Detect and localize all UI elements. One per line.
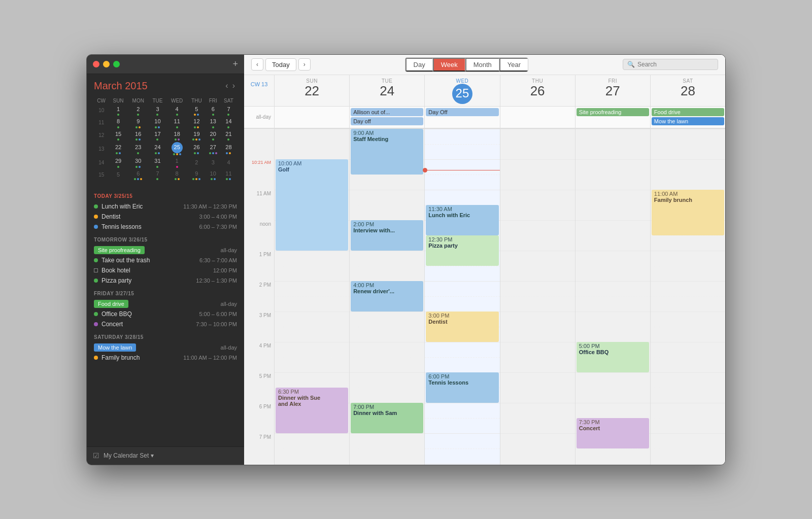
day-view-button[interactable]: Day	[405, 58, 433, 72]
mini-cal-day[interactable]: 18	[166, 129, 187, 142]
list-item[interactable]: Lunch with Eric11:30 AM – 12:30 PM	[94, 201, 237, 212]
mini-cal-day[interactable]: 24	[149, 142, 166, 156]
calendar-event[interactable]: 12:30 PMPizza party	[426, 235, 498, 266]
calendar-event[interactable]: 10:00 AMGolf	[276, 159, 348, 251]
day-col-thu[interactable]: THU 26	[500, 75, 576, 106]
calendar-event[interactable]: 11:00 AMFamily brunch	[652, 190, 724, 235]
calendar-event[interactable]: 11:30 AMLunch with Eric	[426, 205, 498, 235]
event-item-allday[interactable]: Site proofreadingall-day	[94, 245, 237, 255]
mini-cal-day[interactable]: 2	[187, 156, 206, 169]
list-item[interactable]: Book hotel12:00 PM	[94, 265, 237, 275]
list-item[interactable]: Take out the trash6:30 – 7:00 AM	[94, 255, 237, 265]
mini-cal-day[interactable]: 1	[109, 105, 127, 117]
list-item[interactable]: Dentist3:00 – 4:00 PM	[94, 212, 237, 222]
mini-cal-next[interactable]: ›	[230, 81, 237, 90]
day-col-sat[interactable]: SAT 28	[651, 75, 725, 106]
event-item-allday[interactable]: Mow the lawnall-day	[94, 342, 237, 353]
mini-cal-day[interactable]: 3	[149, 105, 166, 117]
mini-cal-day[interactable]: 27	[206, 142, 220, 156]
mini-cal-day[interactable]: 6	[128, 169, 149, 182]
hour-line	[275, 281, 349, 282]
search-box[interactable]: 🔍	[623, 59, 718, 70]
mini-cal-day[interactable]: 26	[187, 142, 206, 156]
today-button[interactable]: Today	[265, 58, 296, 71]
calendar-event[interactable]: 6:00 PMTennis lessons	[426, 372, 498, 403]
mini-cal-day[interactable]: 20	[206, 129, 220, 142]
calendar-event[interactable]: 6:30 PMDinner with Sueand Alex	[276, 388, 348, 433]
calendar-event[interactable]: 5:00 PMOffice BBQ	[577, 342, 649, 372]
event-title-label: Family brunch	[654, 197, 722, 203]
prev-week-button[interactable]: ‹	[251, 58, 263, 71]
allday-event-fooddrive[interactable]: Food drive	[652, 108, 724, 116]
mini-cal-day[interactable]: 3	[206, 156, 220, 169]
mini-cal-day[interactable]: 10	[206, 169, 220, 182]
calendar-event[interactable]: 2:00 PMInterview with...	[351, 220, 423, 251]
mini-cal-day[interactable]: 9	[128, 117, 149, 129]
month-view-button[interactable]: Month	[465, 58, 499, 72]
mini-cal-day[interactable]: 10	[149, 117, 166, 129]
mini-cal-day[interactable]: 12	[187, 117, 206, 129]
allday-event-mowlawn[interactable]: Mow the lawn	[652, 117, 724, 125]
mini-cal-day[interactable]: 2	[128, 105, 149, 117]
maximize-button[interactable]	[113, 61, 120, 67]
search-input[interactable]	[637, 61, 714, 68]
mini-cal-day[interactable]: 14	[220, 117, 237, 129]
list-item[interactable]: Office BBQ5:00 – 6:00 PM	[94, 309, 237, 319]
calendar-event[interactable]: 9:00 AMStaff Meeting	[351, 129, 423, 175]
mini-cal-day[interactable]: 11	[166, 117, 187, 129]
mini-cal-day[interactable]: 29	[109, 156, 127, 169]
hour-line	[576, 251, 650, 251]
mini-cal-day[interactable]: 13	[206, 117, 220, 129]
mini-cal-day[interactable]: 16	[128, 129, 149, 142]
day-col-tue[interactable]: TUE 24	[350, 75, 425, 106]
mini-cal-day[interactable]: 25	[166, 142, 187, 156]
list-item[interactable]: Tennis lessons6:00 – 7:30 PM	[94, 222, 237, 232]
mini-cal-day[interactable]: 22	[109, 142, 127, 156]
mini-cal-day[interactable]: 11	[220, 169, 237, 182]
calendar-event[interactable]: 3:00 PMDentist	[426, 312, 498, 342]
close-button[interactable]	[93, 61, 99, 67]
half-hour-line	[651, 327, 725, 327]
mini-cal-day[interactable]: 19	[187, 129, 206, 142]
mini-cal-day[interactable]: 9	[187, 169, 206, 182]
mini-cal-day[interactable]: 5	[187, 105, 206, 117]
day-col-fri[interactable]: FRI 27	[576, 75, 651, 106]
mini-cal-day[interactable]: 8	[166, 169, 187, 182]
mini-cal-day[interactable]: 17	[149, 129, 166, 142]
mini-cal-day[interactable]: 30	[128, 156, 149, 169]
day-col-sun[interactable]: SUN 22	[275, 75, 350, 106]
day-col-wed[interactable]: WED 25	[425, 75, 500, 106]
event-dot-circle	[94, 204, 98, 209]
mini-cal-day[interactable]: 6	[206, 105, 220, 117]
mini-cal-day[interactable]: 1	[166, 156, 187, 169]
next-week-button[interactable]: ›	[298, 58, 311, 71]
week-view-button[interactable]: Week	[433, 58, 465, 72]
calendar-event[interactable]: 7:30 PMConcert	[577, 418, 649, 448]
calendar-event[interactable]: 4:00 PMRenew driver'...	[351, 281, 423, 312]
event-item-allday[interactable]: Food driveall-day	[94, 299, 237, 309]
mini-cal-day[interactable]: 8	[109, 117, 127, 129]
list-item[interactable]: Family brunch11:00 AM – 12:00 PM	[94, 353, 237, 363]
mini-cal-day[interactable]: 28	[220, 142, 237, 156]
mini-cal-day[interactable]: 21	[220, 129, 237, 142]
mini-cal-day[interactable]: 4	[220, 156, 237, 169]
allday-event-siteproof[interactable]: Site proofreading	[577, 108, 649, 116]
allday-event-allison[interactable]: Allison out of...	[351, 108, 423, 116]
mini-cal-day[interactable]: 7	[220, 105, 237, 117]
list-item[interactable]: Concert7:30 – 10:00 PM	[94, 319, 237, 329]
mini-cal-day[interactable]: 7	[149, 169, 166, 182]
mini-cal-day[interactable]: 4	[166, 105, 187, 117]
allday-event-dayoff-wed[interactable]: Day Off	[426, 108, 498, 116]
year-view-button[interactable]: Year	[499, 58, 528, 72]
cw-label: CW 13	[251, 77, 268, 87]
mini-cal-prev[interactable]: ‹	[223, 81, 230, 90]
mini-cal-day[interactable]: 23	[128, 142, 149, 156]
mini-cal-day[interactable]: 5	[109, 169, 127, 182]
mini-cal-day[interactable]: 31	[149, 156, 166, 169]
mini-cal-day[interactable]: 15	[109, 129, 127, 142]
calendar-event[interactable]: 7:00 PMDinner with Sam	[351, 403, 423, 433]
list-item[interactable]: Pizza party12:30 – 1:30 PM	[94, 275, 237, 286]
minimize-button[interactable]	[103, 61, 110, 67]
allday-event-dayoff-tue[interactable]: Day off	[351, 117, 423, 125]
add-event-button[interactable]: +	[232, 59, 238, 68]
